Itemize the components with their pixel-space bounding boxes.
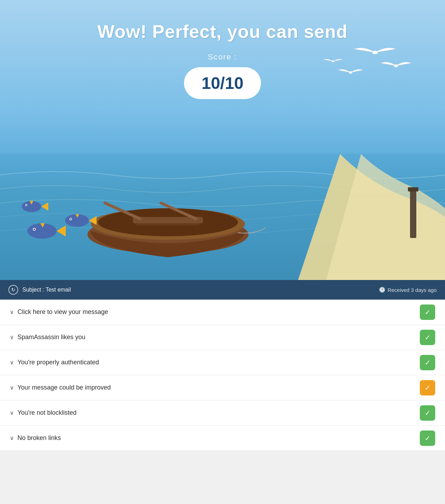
subject-label: Subject : Test email — [22, 287, 71, 293]
accordion-item-4[interactable]: ∨Your message could be improved✓ — [0, 375, 445, 400]
clock-icon: 🕐 — [379, 287, 386, 293]
birds-illustration — [298, 42, 417, 112]
accordion-item-3[interactable]: ∨You're properly authenticated✓ — [0, 350, 445, 375]
accordion-item-label-6: ∨No broken links — [10, 434, 61, 442]
svg-marker-14 — [41, 202, 48, 211]
accordion-label-5: You're not blocklisted — [17, 409, 77, 416]
svg-rect-10 — [136, 223, 199, 225]
chevron-icon-2: ∨ — [10, 334, 14, 341]
accordion-list: ∨Click here to view your message✓∨SpamAs… — [0, 300, 445, 451]
hero-title: Wow! Perfect, you can send — [0, 0, 445, 42]
water-layer — [0, 154, 445, 280]
accordion-item-label-3: ∨You're properly authenticated — [10, 359, 99, 366]
refresh-button[interactable]: ↻ — [8, 285, 18, 295]
status-badge-2: ✓ — [420, 330, 435, 345]
accordion-item-1[interactable]: ∨Click here to view your message✓ — [0, 300, 445, 325]
status-badge-6: ✓ — [420, 430, 435, 446]
svg-marker-19 — [57, 225, 66, 237]
status-badge-5: ✓ — [420, 405, 435, 421]
accordion-item-label-2: ∨SpamAssassin likes you — [10, 334, 85, 341]
chevron-icon-5: ∨ — [10, 410, 14, 416]
chevron-icon-1: ∨ — [10, 309, 14, 315]
svg-point-17 — [26, 205, 27, 206]
status-badge-4: ✓ — [420, 380, 435, 396]
svg-point-22 — [34, 229, 35, 230]
accordion-item-5[interactable]: ∨You're not blocklisted✓ — [0, 400, 445, 426]
chevron-icon-6: ∨ — [10, 435, 14, 441]
info-bar: ↻ Subject : Test email 🕐 Received 3 days… — [0, 280, 445, 300]
info-bar-left: ↻ Subject : Test email — [8, 285, 71, 295]
svg-point-3 — [332, 61, 334, 62]
svg-rect-5 — [408, 187, 418, 191]
chevron-icon-3: ∨ — [10, 359, 14, 366]
accordion-label-3: You're properly authenticated — [17, 359, 99, 366]
status-badge-3: ✓ — [420, 355, 435, 370]
svg-point-1 — [394, 64, 398, 67]
received-label: Received 3 days ago — [388, 287, 437, 293]
accordion-label-6: No broken links — [17, 434, 61, 442]
accordion-item-label-4: ∨Your message could be improved — [10, 384, 111, 391]
beach-svg — [298, 154, 445, 280]
fish-svg — [21, 196, 119, 259]
svg-point-27 — [70, 218, 71, 220]
status-badge-1: ✓ — [420, 304, 435, 320]
score-badge: 10/10 — [184, 67, 261, 99]
chevron-icon-4: ∨ — [10, 384, 14, 391]
accordion-label-2: SpamAssassin likes you — [17, 334, 85, 341]
svg-rect-4 — [410, 189, 416, 238]
accordion-label-4: Your message could be improved — [17, 384, 111, 391]
accordion-item-6[interactable]: ∨No broken links✓ — [0, 426, 445, 451]
accordion-item-label-1: ∨Click here to view your message — [10, 308, 108, 316]
accordion-item-2[interactable]: ∨SpamAssassin likes you✓ — [0, 325, 445, 350]
svg-point-2 — [349, 71, 352, 74]
svg-marker-24 — [89, 216, 97, 225]
info-bar-right: 🕐 Received 3 days ago — [379, 287, 437, 293]
accordion-label-1: Click here to view your message — [17, 308, 108, 316]
hero-section: Wow! Perfect, you can send Score : 10/10 — [0, 0, 445, 280]
accordion-item-label-5: ∨You're not blocklisted — [10, 409, 77, 416]
